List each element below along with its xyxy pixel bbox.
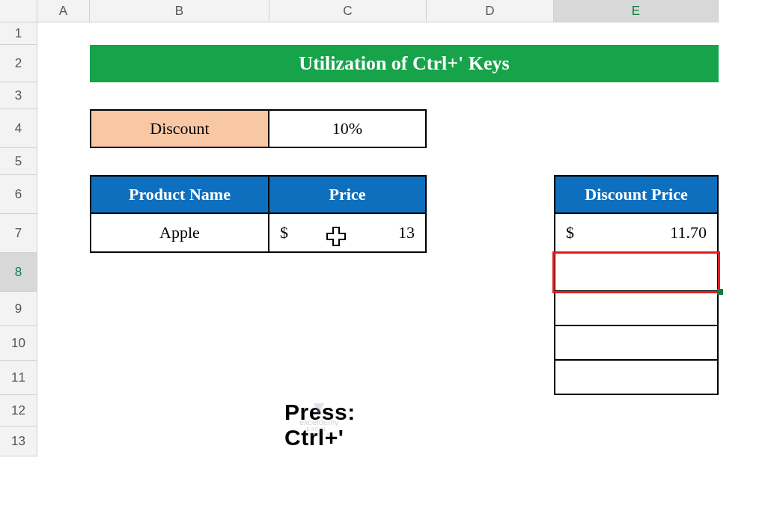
row-header-4[interactable]: 4 (0, 109, 37, 148)
row-header-8[interactable]: 8 (0, 253, 37, 292)
row-header-13[interactable]: 13 (0, 426, 37, 456)
row-header-6[interactable]: 6 (0, 175, 37, 214)
fill-handle[interactable] (717, 289, 723, 295)
col-header-C[interactable]: C (269, 0, 427, 22)
header-product-name: Product Name (90, 175, 269, 214)
col-header-A[interactable]: A (37, 0, 90, 22)
col-header-B[interactable]: B (90, 0, 269, 22)
discount-price-value: 11.70 (670, 223, 707, 242)
row-header-9[interactable]: 9 (0, 292, 37, 326)
row-header-3[interactable]: 3 (0, 82, 37, 109)
watermark-brand: exceldemy (299, 418, 339, 426)
header-discount-price: Discount Price (554, 175, 719, 214)
currency-symbol: $ (280, 223, 288, 242)
cell-e11[interactable] (554, 361, 719, 395)
discount-value[interactable]: 10% (269, 109, 427, 148)
cell-e8-selected[interactable] (554, 253, 719, 292)
cell-e9[interactable] (554, 292, 719, 326)
col-header-D[interactable]: D (427, 0, 554, 22)
row-header-11[interactable]: 11 (0, 361, 37, 395)
price-value: 13 (398, 223, 415, 242)
discount-label: Discount (90, 109, 269, 148)
row-headers: 12345678910111213 (0, 22, 37, 456)
cell-e10[interactable] (554, 326, 719, 361)
row-header-2[interactable]: 2 (0, 45, 37, 82)
watermark: exceldemy EXCEL · DATA · BI (299, 401, 339, 437)
row-header-1[interactable]: 1 (0, 22, 37, 45)
currency-symbol: $ (566, 223, 574, 242)
title-banner: Utilization of Ctrl+' Keys (90, 45, 719, 82)
spreadsheet-sheet: ABCDE 12345678910111213 Utilization of C… (0, 0, 771, 532)
header-price: Price (269, 175, 427, 214)
column-headers: ABCDE (0, 0, 719, 22)
cell-product[interactable]: Apple (90, 214, 269, 253)
cell-discount-price[interactable]: $ 11.70 (554, 214, 719, 253)
row-header-5[interactable]: 5 (0, 148, 37, 175)
row-header-10[interactable]: 10 (0, 326, 37, 361)
row-header-12[interactable]: 12 (0, 395, 37, 426)
col-header-E[interactable]: E (554, 0, 719, 22)
row-header-7[interactable]: 7 (0, 214, 37, 253)
watermark-tag: EXCEL · DATA · BI (299, 426, 339, 437)
cell-price[interactable]: $ 13 (269, 214, 427, 253)
